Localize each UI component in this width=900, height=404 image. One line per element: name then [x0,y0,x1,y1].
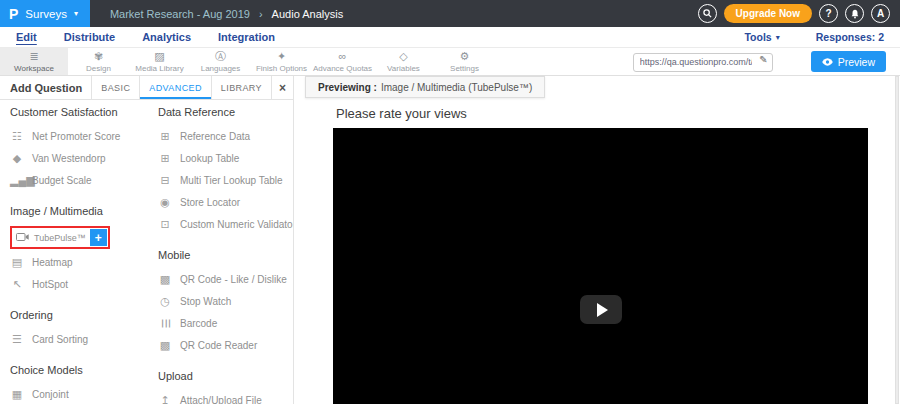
panel-column-middle: Data Reference⊞Reference Data⊞Lookup Tab… [158,100,292,404]
account-avatar[interactable]: A [871,4,890,23]
close-panel-button[interactable]: × [271,76,293,99]
question-type-reference-data[interactable]: ⊞Reference Data [158,125,292,147]
search-icon [703,9,712,18]
multi-tier-lookup-icon: ⊟ [158,175,172,186]
toolbar-item-label: Settings [450,64,479,73]
card-sorting-icon: ☰ [10,334,24,345]
top-navigation-bar: P Surveys ▾ Market Research - Aug 2019 ›… [0,0,900,27]
surveys-menu-label: Surveys [25,8,67,20]
conjoint-grid-icon: ▦ [10,389,24,400]
breadcrumb-survey-name[interactable]: Market Research - Aug 2019 [110,8,250,20]
question-type-label: Attach/Upload File [180,395,262,404]
toolbar-items: ≣Workspace✾Design▨Media LibraryⒶLanguage… [0,48,495,75]
upgrade-now-button[interactable]: Upgrade Now [724,4,812,23]
preview-button[interactable]: Preview [811,51,886,72]
tab-advanced[interactable]: ADVANCED [139,76,211,99]
menubar-items: EditDistributeAnalyticsIntegration [16,31,302,43]
question-text: Please rate your views [336,106,467,121]
surveys-menu[interactable]: P Surveys ▾ [0,0,90,27]
tab-library[interactable]: LIBRARY [211,76,271,99]
question-type-multi-tier-lookup-table[interactable]: ⊟Multi Tier Lookup Table [158,169,292,191]
breadcrumb: Market Research - Aug 2019 › Audio Analy… [110,8,343,20]
eye-icon [822,58,833,66]
add-question-header: Add Question BASICADVANCEDLIBRARY × [0,76,294,100]
toolbar-item-label: Variables [387,64,420,73]
question-type-heatmap[interactable]: ▤Heatmap [10,251,148,273]
search-button[interactable] [698,4,717,23]
question-type-label: Multi Tier Lookup Table [180,175,283,186]
vertical-scrollbar[interactable] [895,76,899,404]
reference-data-icon: ⊞ [158,131,172,142]
tab-basic[interactable]: BASIC [91,76,139,99]
question-type-lookup-table[interactable]: ⊞Lookup Table [158,147,292,169]
question-type-hotspot[interactable]: ↖HotSpot [10,273,148,295]
media-library-icon: ▨ [154,51,164,62]
toolbar-item-label: Finish Options [256,64,307,73]
panel-column-left: Customer Satisfaction☷Net Promoter Score… [10,100,148,404]
toolbar-item-advance-quotas[interactable]: ∞Advance Quotas [312,48,373,75]
survey-url-input[interactable] [633,53,773,72]
toolbar-item-label: Media Library [135,64,183,73]
notifications-button[interactable] [845,4,864,23]
question-type-van-westendorp[interactable]: ◆Van Westendorp [10,147,148,169]
previewing-question-type: Image / Multimedia (TubePulse™) [381,82,532,93]
toolbar-item-workspace[interactable]: ≣Workspace [0,48,68,75]
section-title-customer-satisfaction: Customer Satisfaction [10,106,148,118]
preview-button-label: Preview [838,56,875,68]
close-icon: × [279,81,286,95]
question-type-budget-scale[interactable]: ▂▄▆Budget Scale [10,169,148,191]
toolbar-item-languages[interactable]: ⒶLanguages [190,48,251,75]
question-type-label: Van Westendorp [32,153,106,164]
bell-icon [850,9,860,19]
question-type-qr-code-like-dislike[interactable]: ▩QR Code - Like / Dislike [158,268,292,290]
survey-menu-bar: EditDistributeAnalyticsIntegration Tools… [0,27,900,48]
question-type-net-promoter-score[interactable]: ☷Net Promoter Score [10,125,148,147]
question-type-attach-upload-file[interactable]: ↥Attach/Upload File [158,389,292,404]
breadcrumb-page-name: Audio Analysis [272,8,344,20]
lookup-table-icon: ⊞ [158,153,172,164]
breadcrumb-separator: › [259,8,263,20]
section-title-ordering: Ordering [10,309,148,321]
toolbar-item-settings[interactable]: ⚙Settings [434,48,495,75]
numeric-validator-icon: ⊡ [158,219,172,230]
play-button[interactable] [580,295,622,324]
panel-tabs: BASICADVANCEDLIBRARY [91,76,271,99]
menu-item-integration[interactable]: Integration [218,31,275,43]
video-player[interactable] [333,128,868,404]
section-title-upload: Upload [158,370,292,382]
help-button[interactable]: ? [819,4,838,23]
tools-menu[interactable]: Tools ▾ [744,31,779,43]
menu-item-edit[interactable]: Edit [16,31,37,43]
question-type-tubepulse[interactable]: TubePulse™ [15,229,90,246]
chevron-down-icon: ▾ [776,33,780,42]
topbar-actions: Upgrade Now ? A [698,4,890,23]
finish-options-wand-icon: ✦ [277,51,286,62]
toolbar-item-finish-options[interactable]: ✦Finish Options [251,48,312,75]
question-type-stop-watch[interactable]: ◷Stop Watch [158,290,292,312]
edit-url-pencil-icon[interactable]: ✎ [759,54,767,65]
survey-url-wrap: ✎ [633,51,773,72]
settings-gear-icon: ⚙ [460,51,470,62]
question-type-store-locator[interactable]: ◉Store Locator [158,191,292,213]
question-type-qr-code-reader[interactable]: ▩QR Code Reader [158,334,292,356]
question-type-card-sorting[interactable]: ☰Card Sorting [10,328,148,350]
question-type-label: Net Promoter Score [32,131,120,142]
price-tag-icon: ◆ [10,153,24,164]
toolbar-item-design[interactable]: ✾Design [68,48,129,75]
toolbar-item-label: Workspace [14,64,54,73]
add-question-plus-button[interactable]: + [90,229,107,246]
chevron-down-icon: ▾ [74,9,78,18]
section-title-choice-models: Choice Models [10,364,148,376]
menu-item-distribute[interactable]: Distribute [64,31,115,43]
question-type-conjoint[interactable]: ▦Conjoint [10,383,148,404]
responses-count[interactable]: Responses: 2 [816,31,884,43]
toolbar-item-variables[interactable]: ◇Variables [373,48,434,75]
menu-item-analytics[interactable]: Analytics [142,31,191,43]
question-type-label: QR Code Reader [180,340,257,351]
question-type-custom-numeric-validator[interactable]: ⊡Custom Numeric Validator [158,213,292,235]
section-title-data-reference: Data Reference [158,106,292,118]
previewing-label: Previewing : [318,82,377,93]
toolbar-item-media-library[interactable]: ▨Media Library [129,48,190,75]
question-type-label: QR Code - Like / Dislike [180,274,287,285]
question-type-barcode[interactable]: ☰Barcode [158,312,292,334]
